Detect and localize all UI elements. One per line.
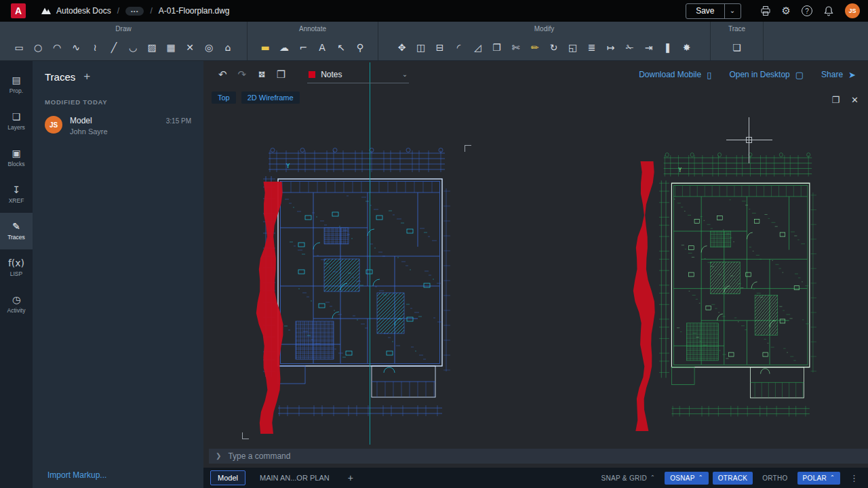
trace-list-item[interactable]: JS Model John Sayre 3:15 PM <box>33 110 203 142</box>
break-icon[interactable]: ✁ <box>621 39 639 56</box>
sidebar-item[interactable]: ↧ XREF <box>0 176 33 213</box>
sidebar-item[interactable]: ▣ Blocks <box>0 140 33 176</box>
rectangle-icon[interactable]: ▭ <box>10 39 28 56</box>
revision-cloud-icon[interactable]: ☁ <box>275 39 293 56</box>
close-viewport-icon[interactable]: ✕ <box>851 96 859 104</box>
sidebar-item[interactable]: ◷ Activity <box>0 286 33 323</box>
toolbar-link[interactable]: Share ➤ <box>821 70 856 79</box>
user-avatar[interactable]: JS <box>845 3 860 18</box>
viewport-view-control[interactable]: Top <box>212 92 236 104</box>
layer-color-swatch <box>309 71 315 78</box>
leader-icon[interactable]: ↖ <box>332 39 350 56</box>
layout-tab[interactable]: MAIN AN...OR PLAN <box>252 470 337 485</box>
autocad-web-app: A Autodesk Docs / ••• / A-01-Floorplan.d… <box>0 0 868 488</box>
align-icon[interactable]: ⇥ <box>640 39 658 56</box>
add-layout-button[interactable]: + <box>344 472 357 483</box>
sidebar-item[interactable]: f(x) LISP <box>0 249 33 286</box>
hatch-icon[interactable]: ▨ <box>143 39 161 56</box>
command-expand-icon[interactable]: ❯ <box>216 453 221 460</box>
status-overflow-menu[interactable]: ⋮ <box>847 474 861 483</box>
spline-icon[interactable]: ≀ <box>86 39 104 56</box>
layers-icon: ❏ <box>12 112 21 121</box>
measure-icon[interactable]: ✕ <box>181 39 199 56</box>
breadcrumb-product[interactable]: Autodesk Docs <box>56 6 111 16</box>
left-sidebar: ▤ Prop. ❏ Layers ▣ Blocks ↧ XREF ✎ Trace… <box>0 61 33 488</box>
status-toggle[interactable]: OTRACK <box>713 472 753 485</box>
match-properties-icon[interactable]: ❚ <box>659 39 677 56</box>
polyline-icon[interactable]: ∿ <box>67 39 85 56</box>
sidebar-item[interactable]: ▤ Prop. <box>0 66 33 103</box>
rotate-icon[interactable]: ↻ <box>545 39 563 56</box>
zoom-extents-icon[interactable]: ✥ <box>255 68 269 81</box>
mirror-icon[interactable]: ◫ <box>412 39 430 56</box>
trace-panel-icon[interactable]: ❏ <box>728 39 746 56</box>
find-text-icon[interactable]: ⚲ <box>351 39 369 56</box>
floorplan-right: Y <box>637 152 834 437</box>
arc-3point-icon[interactable]: ◡ <box>124 39 142 56</box>
help-question-glyph: ? <box>802 5 812 16</box>
viewport-controls-left: Top 2D Wireframe <box>212 92 300 104</box>
chamfer-icon[interactable]: ◿ <box>469 39 487 56</box>
scale-icon[interactable]: ◱ <box>564 39 582 56</box>
status-toggle[interactable]: ORTHO <box>757 472 793 485</box>
polygon-icon[interactable]: ⌂ <box>219 39 237 56</box>
notifications-bell-icon[interactable] <box>823 5 834 16</box>
ellipse-icon[interactable]: ◎ <box>200 39 218 56</box>
save-button-group: Save ⌄ <box>686 3 741 19</box>
text-icon[interactable]: A <box>313 39 331 56</box>
save-dropdown-button[interactable]: ⌄ <box>724 4 741 18</box>
explode-icon[interactable]: ✸ <box>678 39 696 56</box>
breadcrumb-overflow-menu[interactable]: ••• <box>125 7 144 16</box>
svg-text:Y: Y <box>286 163 290 169</box>
arc-icon[interactable]: ◠ <box>48 39 66 56</box>
command-bar[interactable]: ❯ Type a command <box>209 449 868 464</box>
autodesk-logo-icon <box>41 7 52 15</box>
sidebar-item[interactable]: ❏ Layers <box>0 103 33 140</box>
import-markup-link[interactable]: Import Markup... <box>47 470 106 480</box>
sidebar-item[interactable]: ✎ Traces <box>0 213 33 249</box>
offset-icon[interactable]: ≣ <box>583 39 601 56</box>
circle-icon[interactable]: ○ <box>29 39 47 56</box>
fillet-icon[interactable]: ◜ <box>450 39 468 56</box>
help-icon[interactable]: ? <box>802 5 812 16</box>
status-toggle[interactable]: SNAP & GRID ⌃ <box>596 472 661 485</box>
erase-markup-icon[interactable]: ✏ <box>526 39 544 56</box>
selection-window-icon[interactable]: ❒ <box>277 70 285 80</box>
traces-icon: ✎ <box>12 222 20 231</box>
avatar: JS <box>45 116 62 134</box>
layer-name: Notes <box>321 70 397 79</box>
drawing-canvas[interactable]: Y Y ↶ ↷ ✥ ❒ Notes ⌄ Downl <box>203 61 868 488</box>
visual-style-control[interactable]: 2D Wireframe <box>241 92 300 104</box>
settings-gear-icon[interactable]: ⚙ <box>782 6 791 16</box>
toolbar-link[interactable]: Open in Desktop ▢ <box>729 70 804 79</box>
ribbon-group-trace: Trace ❏ <box>711 22 764 60</box>
restore-viewport-icon[interactable]: ❐ <box>831 96 840 104</box>
autocad-logo[interactable]: A <box>11 3 26 18</box>
flip-icon[interactable]: ⊟ <box>431 39 449 56</box>
redo-icon[interactable]: ↷ <box>238 70 247 80</box>
undo-icon[interactable]: ↶ <box>218 70 227 80</box>
activity-icon: ◷ <box>12 295 20 304</box>
status-bar: ModelMAIN AN...OR PLAN + SNAP & GRID ⌃ O… <box>203 468 868 488</box>
command-input[interactable]: Type a command <box>228 451 861 461</box>
markup-highlight-icon[interactable]: ▬ <box>256 39 274 56</box>
share-icon: ➤ <box>848 70 856 79</box>
add-trace-button[interactable]: + <box>83 70 90 83</box>
toggle-label: ORTHO <box>762 474 787 482</box>
svg-text:Y: Y <box>679 167 682 174</box>
markup-frame-icon[interactable]: ⌐ <box>294 39 312 56</box>
copy-icon[interactable]: ❐ <box>488 39 506 56</box>
toolbar-link[interactable]: Download Mobile ▯ <box>639 70 711 79</box>
save-button[interactable]: Save <box>686 4 724 18</box>
status-toggle[interactable]: OSNAP ⌃ <box>665 472 709 485</box>
layout-tab[interactable]: Model <box>210 470 245 485</box>
status-toggle[interactable]: POLAR ⌃ <box>797 472 840 485</box>
line-icon[interactable]: ╱ <box>105 39 123 56</box>
markup-layer-select[interactable]: Notes ⌄ <box>307 66 409 83</box>
chevron-down-icon: ⌄ <box>402 71 408 78</box>
stretch-icon[interactable]: ↦ <box>602 39 620 56</box>
array-icon[interactable]: ▦ <box>162 39 180 56</box>
move-icon[interactable]: ✥ <box>393 39 411 56</box>
trim-icon[interactable]: ✄ <box>507 39 525 56</box>
print-icon[interactable] <box>760 5 771 16</box>
